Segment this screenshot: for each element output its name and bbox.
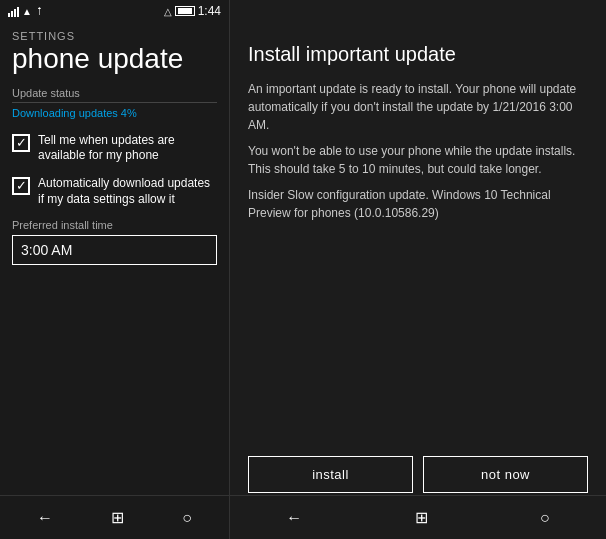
left-status-bar: ▲ ⭡ △ 1:44 [0, 0, 229, 22]
right-nav-bar: ← ⊞ ○ [230, 495, 606, 539]
not-now-button[interactable]: not now [423, 456, 588, 493]
wifi-icon: ▲ [22, 6, 32, 17]
settings-label: SETTINGS [12, 30, 217, 42]
page-title: phone update [12, 44, 217, 75]
back-button-right[interactable]: ← [276, 505, 312, 531]
checkbox-2-label: Automatically download updates if my dat… [38, 176, 217, 207]
signal-icon [8, 5, 19, 17]
dialog-para-1: An important update is ready to install.… [248, 80, 588, 134]
checkbox-2[interactable] [12, 177, 30, 195]
battery-charging-icon: △ [164, 6, 172, 17]
time-display: 1:44 [198, 4, 221, 18]
right-status-bar [230, 0, 606, 22]
back-button-left[interactable]: ← [27, 505, 63, 531]
checkbox-1-label: Tell me when updates are available for m… [38, 133, 217, 164]
home-button-right[interactable]: ⊞ [405, 504, 438, 531]
checkbox-1-item[interactable]: Tell me when updates are available for m… [12, 133, 217, 164]
dialog-para-2: You won't be able to use your phone whil… [248, 142, 588, 178]
search-button-left[interactable]: ○ [172, 505, 202, 531]
action-buttons: install not now [230, 448, 606, 495]
checkbox-2-item[interactable]: Automatically download updates if my dat… [12, 176, 217, 207]
checkbox-1[interactable] [12, 134, 30, 152]
data-icon: ⭡ [35, 6, 44, 16]
dialog-para-3: Insider Slow configuration update. Windo… [248, 186, 588, 222]
left-main-content: SETTINGS phone update Update status Down… [0, 22, 229, 495]
phone-right-panel: Install important update An important up… [230, 0, 606, 539]
home-button-left[interactable]: ⊞ [101, 504, 134, 531]
battery-icon [175, 6, 195, 16]
install-time-label: Preferred install time [12, 219, 217, 231]
search-button-right[interactable]: ○ [530, 505, 560, 531]
install-button[interactable]: install [248, 456, 413, 493]
right-main-content: Install important update An important up… [230, 22, 606, 448]
left-nav-bar: ← ⊞ ○ [0, 495, 229, 539]
left-status-icons: ▲ ⭡ [8, 5, 44, 17]
dialog-title: Install important update [248, 42, 588, 66]
dialog-body: An important update is ready to install.… [248, 80, 588, 222]
install-time-input[interactable]: 3:00 AM [12, 235, 217, 265]
phone-left-panel: ▲ ⭡ △ 1:44 SETTINGS phone update Update … [0, 0, 230, 539]
download-status: Downloading updates 4% [12, 107, 217, 119]
update-status-label: Update status [12, 87, 217, 103]
right-status-icons: △ 1:44 [164, 4, 221, 18]
